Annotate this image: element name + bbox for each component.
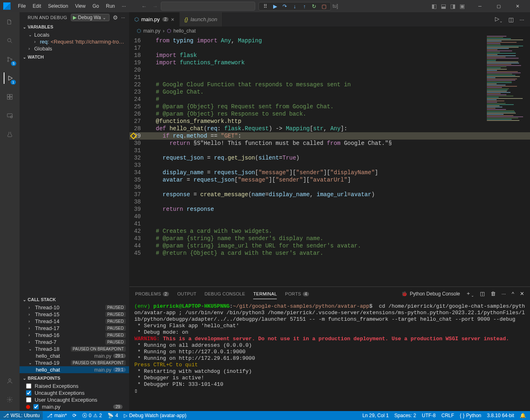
- settings-icon[interactable]: [4, 394, 15, 405]
- editor-more-icon[interactable]: ···: [519, 16, 524, 23]
- kill-terminal-icon[interactable]: 🗑: [491, 291, 496, 297]
- minimize-icon[interactable]: ─: [471, 4, 489, 9]
- panel-tab-debugconsole[interactable]: DEBUG CONSOLE: [204, 291, 245, 296]
- tab-close-icon[interactable]: ×: [171, 16, 174, 23]
- command-center-input[interactable]: [161, 2, 255, 11]
- variable-req[interactable]: ›req: <Request 'http://charming-tro…: [20, 38, 129, 45]
- breakpoint-exception-row[interactable]: Raised Exceptions: [20, 383, 129, 389]
- svg-rect-4: [7, 94, 9, 96]
- run-debug-icon[interactable]: 1: [4, 72, 15, 84]
- maximize-panel-icon[interactable]: ^: [512, 291, 514, 297]
- breakpoint-file-row[interactable]: main.py29: [20, 403, 129, 410]
- breadcrumb[interactable]: ⬡ main.py › ⬡ hello_chat: [129, 26, 530, 35]
- notifications-icon[interactable]: 🔔: [520, 413, 526, 418]
- maximize-icon[interactable]: ▢: [489, 4, 508, 9]
- explorer-icon[interactable]: [4, 16, 15, 28]
- gear-icon[interactable]: ⚙: [113, 14, 118, 21]
- search-icon[interactable]: [4, 35, 15, 46]
- panel-tab-ports[interactable]: PORTS4: [285, 291, 309, 296]
- tab-launch-json[interactable]: {} launch.json: [180, 12, 222, 26]
- python-interpreter[interactable]: 3.8.10 64-bit: [487, 413, 514, 418]
- restart-icon[interactable]: ↻: [310, 3, 318, 9]
- menu-overflow-icon[interactable]: ···: [118, 2, 129, 11]
- thread-row[interactable]: ›Thread-15PAUSED: [20, 311, 129, 318]
- remote-explorer-icon[interactable]: [4, 110, 15, 121]
- indentation[interactable]: Spaces: 2: [394, 413, 416, 418]
- git-branch[interactable]: ⎇ main*: [47, 413, 67, 418]
- terminal-selector[interactable]: 🐞Python Debug Console: [401, 291, 460, 297]
- breakpoint-checkbox[interactable]: [26, 383, 31, 389]
- watch-section-header[interactable]: ⌄WATCH: [20, 53, 129, 61]
- run-file-icon[interactable]: ▷⌄: [495, 15, 503, 23]
- scope-globals[interactable]: ›Globals: [20, 45, 129, 52]
- debug-config-dropdown[interactable]: ▶ Debug Wa ⌄: [71, 14, 110, 21]
- menu-run[interactable]: Run: [103, 2, 118, 11]
- breakpoint-checkbox[interactable]: [33, 404, 39, 409]
- ports-status[interactable]: 📡 4: [107, 413, 118, 418]
- breakpoint-exception-row[interactable]: User Uncaught Exceptions: [20, 396, 129, 403]
- split-editor-icon[interactable]: ◫: [508, 16, 514, 23]
- thread-row[interactable]: ›Thread-17PAUSED: [20, 325, 129, 332]
- more-icon[interactable]: ···: [121, 15, 125, 20]
- testing-icon[interactable]: [4, 129, 15, 140]
- cursor-position[interactable]: Ln 29, Col 1: [362, 413, 389, 418]
- thread-row[interactable]: ›Thread-14PAUSED: [20, 318, 129, 325]
- thread-row[interactable]: ›Thread-7PAUSED: [20, 339, 129, 346]
- svg-point-10: [9, 379, 11, 381]
- layout-panel-icon[interactable]: ⬓: [441, 3, 446, 9]
- code-editor[interactable]: 16 from typing import Any, Mapping17 18 …: [129, 35, 530, 257]
- nav-fwd-icon: →: [152, 3, 158, 9]
- close-icon[interactable]: ✕: [508, 4, 527, 9]
- extensions-icon[interactable]: [4, 91, 15, 103]
- close-panel-icon[interactable]: ✕: [520, 291, 524, 297]
- debug-icon: 🐞: [401, 291, 407, 297]
- thread-row[interactable]: ⌄Thread-18PAUSED ON BREAKPOINT: [20, 346, 129, 352]
- new-terminal-icon[interactable]: ＋⌄: [466, 290, 474, 298]
- layout-sidebar-icon[interactable]: ◧: [431, 3, 437, 9]
- breakpoint-exception-row[interactable]: Uncaught Exceptions: [20, 389, 129, 396]
- accounts-icon[interactable]: [4, 375, 15, 387]
- nav-back-icon[interactable]: ←: [141, 3, 147, 9]
- callstack-section-header[interactable]: ⌄CALL STACK: [20, 296, 129, 303]
- panel-tab-output[interactable]: OUTPUT: [177, 291, 196, 296]
- debug-badge: 1: [11, 80, 16, 85]
- layout-sidebar-right-icon[interactable]: ◨: [450, 3, 456, 9]
- stack-frame[interactable]: hello_chatmain.py29:1: [20, 366, 129, 373]
- panel-more-icon[interactable]: ···: [502, 291, 506, 297]
- eol[interactable]: CRLF: [441, 413, 454, 418]
- scm-icon[interactable]: 5: [4, 54, 15, 65]
- variables-section-header[interactable]: ⌄VARIABLES: [20, 23, 129, 31]
- step-into-icon[interactable]: ↓: [291, 3, 299, 9]
- panel-tab-terminal[interactable]: TERMINAL: [253, 291, 277, 299]
- terminal-output[interactable]: (env) pierrick@LAPTOP-HKU5PNNG:~/git/goo…: [129, 301, 530, 411]
- step-over-icon[interactable]: ↷: [281, 3, 289, 9]
- step-out-icon[interactable]: ↑: [300, 3, 309, 9]
- debug-status[interactable]: ▷ Debug Watch (avatar-app): [124, 413, 186, 418]
- panel-tab-problems[interactable]: PROBLEMS2: [135, 291, 169, 296]
- drag-handle-icon[interactable]: ⠿: [261, 3, 269, 9]
- menu-edit[interactable]: Edit: [29, 2, 44, 11]
- menu-file[interactable]: File: [15, 2, 29, 11]
- menu-view[interactable]: View: [72, 2, 89, 11]
- thread-row[interactable]: ›Thread-16PAUSED: [20, 332, 129, 339]
- split-terminal-icon[interactable]: ◫: [480, 291, 485, 297]
- problems-status[interactable]: ⓧ 0 ⚠ 2: [82, 412, 102, 419]
- layout-customize-icon[interactable]: ▣: [460, 3, 465, 9]
- thread-row[interactable]: ⌄Thread-19PAUSED ON BREAKPOINT: [20, 359, 129, 366]
- encoding[interactable]: UTF-8: [422, 413, 436, 418]
- thread-row[interactable]: ›Thread-10PAUSED: [20, 304, 129, 311]
- language-mode[interactable]: { } Python: [460, 413, 482, 418]
- scope-locals[interactable]: ⌄Locals: [20, 31, 129, 38]
- git-sync-icon[interactable]: ⟳: [72, 413, 77, 418]
- remote-indicator[interactable]: ⎇ WSL: Ubuntu: [0, 411, 43, 420]
- tab-main-py[interactable]: ⬡ main.py 2 ×: [129, 12, 180, 26]
- breakpoints-section-header[interactable]: ⌄BREAKPOINTS: [20, 374, 129, 382]
- breakpoint-checkbox[interactable]: [26, 397, 31, 402]
- continue-icon[interactable]: ▶: [271, 3, 279, 9]
- menu-go[interactable]: Go: [89, 2, 102, 11]
- start-debug-icon[interactable]: ▶: [73, 15, 77, 20]
- menu-selection[interactable]: Selection: [45, 2, 71, 11]
- stop-icon[interactable]: ▢: [320, 3, 328, 9]
- stack-frame[interactable]: hello_chatmain.py29:1: [20, 352, 129, 359]
- breakpoint-checkbox[interactable]: [26, 390, 31, 396]
